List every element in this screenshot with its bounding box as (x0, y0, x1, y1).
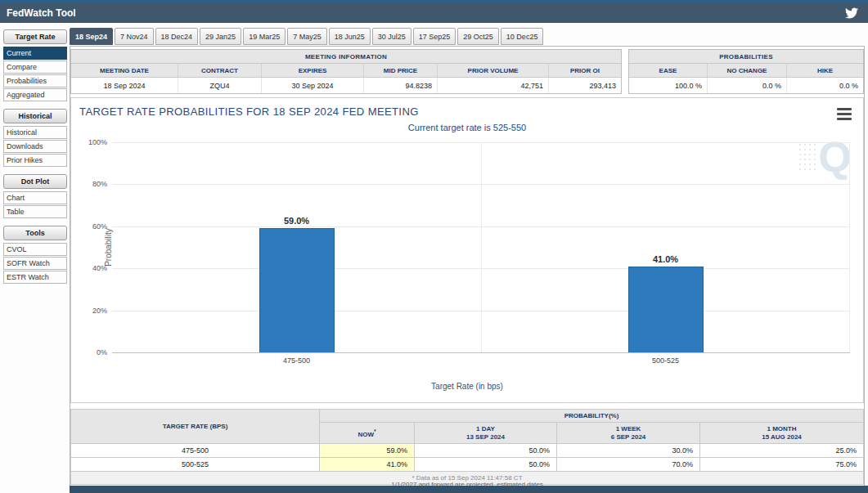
tab-17-sep25[interactable]: 17 Sep25 (413, 28, 456, 45)
probabilities-headers: EASE NO CHANGE HIKE (629, 64, 863, 78)
meeting-information-panel: MEETING INFORMATION MEETING DATE CONTRAC… (70, 49, 622, 94)
header-1-month: 1 MONTH15 AUG 2024 (700, 423, 864, 444)
chart-title: TARGET RATE PROBABILITIES FOR 18 SEP 202… (79, 105, 419, 118)
plot-area: Probability 100% 80% 60% 40% 20% 0% 59.0… (112, 142, 850, 353)
sidebar-item-compare[interactable]: Compare (3, 61, 67, 74)
y-axis-tick: 60% (92, 222, 112, 231)
tab-18-dec24[interactable]: 18 Dec24 (155, 28, 199, 45)
col-mid-price: MID PRICE (364, 64, 438, 78)
tab-29-jan25[interactable]: 29 Jan25 (200, 28, 241, 45)
col-hike: HIKE (787, 64, 863, 78)
bar-value-label: 41.0% (653, 254, 678, 264)
sidebar-item-historical[interactable]: Historical (3, 126, 67, 139)
expires-value: 30 Sep 2024 (262, 78, 364, 93)
col-ease: EASE (629, 64, 708, 78)
tab-10-dec25[interactable]: 10 Dec25 (501, 28, 544, 45)
header-now: NOW* (320, 423, 415, 444)
ease-value: 100.0 % (629, 78, 708, 93)
col-meeting-date: MEETING DATE (71, 64, 178, 78)
bar-475-500[interactable]: 59.0% (259, 228, 335, 352)
y-axis-tick: 100% (88, 138, 112, 146)
header-probability-pct: PROBABILITY(%) (320, 410, 864, 423)
sidebar-item-probabilities[interactable]: Probabilities (3, 74, 67, 87)
one-week-cell: 30.0% (557, 444, 700, 458)
bar-value-label: 59.0% (284, 216, 309, 226)
table-row-500-525: 500-525 41.0% 50.0% 70.0% 75.0% (71, 458, 864, 472)
one-week-cell: 70.0% (557, 458, 700, 472)
sidebar: Target Rate Current Compare Probabilitie… (3, 29, 67, 285)
prior-oi-value: 293,413 (549, 78, 621, 93)
meeting-information-headers: MEETING DATE CONTRACT EXPIRES MID PRICE … (71, 64, 621, 78)
probabilities-panel: PROBABILITIES EASE NO CHANGE HIKE 100.0 … (628, 49, 864, 94)
prior-volume-value: 42,751 (438, 78, 549, 93)
rate-cell: 500-525 (71, 458, 320, 472)
fedwatch-tool: FedWatch Tool Target Rate Current Compar… (0, 0, 868, 493)
sidebar-section-tools: Tools (3, 226, 67, 240)
tab-7-may25[interactable]: 7 May25 (287, 28, 327, 45)
sidebar-item-current[interactable]: Current (3, 47, 67, 60)
chart-subtitle: Current target rate is 525-550 (71, 123, 863, 132)
one-day-cell: 50.0% (415, 458, 557, 472)
y-axis-tick: 80% (92, 180, 112, 188)
no-change-value: 0.0 % (708, 78, 787, 93)
bar-group-500-525: 41.0% 500-525 (481, 142, 850, 352)
contract-value: ZQU4 (178, 78, 262, 93)
top-bar: FedWatch Tool (0, 0, 868, 23)
sidebar-section-historical: Historical (3, 109, 67, 123)
table-row-475-500: 475-500 59.0% 50.0% 30.0% 25.0% (71, 444, 864, 458)
app-title: FedWatch Tool (7, 7, 76, 19)
rate-cell: 475-500 (71, 444, 320, 458)
sidebar-section-dot-plot: Dot Plot (3, 174, 67, 189)
one-month-cell: 75.0% (700, 458, 864, 472)
bar-group-475-500: 59.0% 475-500 (112, 142, 481, 352)
tab-29-oct25[interactable]: 29 Oct25 (457, 28, 499, 45)
bar-500-525[interactable]: 41.0% (628, 267, 704, 352)
probabilities-title: PROBABILITIES (629, 50, 863, 64)
tab-18-jun25[interactable]: 18 Jun25 (329, 28, 371, 45)
now-cell: 41.0% (320, 458, 415, 472)
sidebar-item-downloads[interactable]: Downloads (3, 140, 67, 153)
tab-30-jul25[interactable]: 30 Jul25 (372, 28, 412, 45)
x-axis-category: 500-525 (652, 356, 679, 365)
tab-18-sep24[interactable]: 18 Sep24 (70, 28, 113, 45)
now-cell: 59.0% (320, 444, 415, 458)
col-expires: EXPIRES (262, 64, 364, 78)
tab-19-mar25[interactable]: 19 Mar25 (243, 28, 286, 45)
sidebar-section-target-rate: Target Rate (3, 29, 67, 44)
target-rate-chart: TARGET RATE PROBABILITIES FOR 18 SEP 202… (70, 97, 864, 403)
x-axis-category: 475-500 (283, 356, 310, 365)
one-month-cell: 25.0% (700, 444, 864, 458)
header-target-rate-bps: TARGET RATE (BPS) (71, 410, 320, 444)
col-no-change: NO CHANGE (708, 64, 787, 78)
y-axis-tick: 40% (92, 264, 112, 272)
col-prior-volume: PRIOR VOLUME (438, 64, 549, 78)
header-1-week: 1 WEEK6 SEP 2024 (557, 423, 700, 444)
hike-value: 0.0 % (787, 78, 863, 93)
sidebar-item-dot-plot-chart[interactable]: Chart (3, 191, 67, 204)
sidebar-item-dot-plot-table[interactable]: Table (3, 205, 67, 218)
meeting-information-title: MEETING INFORMATION (71, 50, 621, 64)
y-axis-tick: 0% (97, 348, 112, 356)
meeting-date-value: 18 Sep 2024 (71, 78, 178, 93)
twitter-icon[interactable] (845, 7, 858, 20)
one-day-cell: 50.0% (415, 444, 557, 458)
sidebar-item-cvol[interactable]: CVOL (3, 243, 67, 256)
col-prior-oi: PRIOR OI (549, 64, 621, 78)
col-contract: CONTRACT (178, 64, 262, 78)
footer-bar (70, 486, 868, 493)
probabilities-values: 100.0 % 0.0 % 0.0 % (629, 78, 863, 93)
tab-7-nov24[interactable]: 7 Nov24 (115, 28, 154, 45)
header-1-day: 1 DAY13 SEP 2024 (415, 423, 557, 444)
sidebar-item-sofr-watch[interactable]: SOFR Watch (3, 257, 67, 270)
sidebar-item-aggregated[interactable]: Aggregated (3, 88, 67, 101)
x-axis-title: Target Rate (in bps) (71, 382, 863, 391)
meeting-information-values: 18 Sep 2024 ZQU4 30 Sep 2024 94.8238 42,… (71, 78, 621, 93)
sidebar-item-prior-hikes[interactable]: Prior Hikes (3, 154, 67, 167)
meeting-tabs: 18 Sep24 7 Nov24 18 Dec24 29 Jan25 19 Ma… (70, 28, 543, 45)
sidebar-item-estr-watch[interactable]: ESTR Watch (3, 271, 67, 284)
y-axis-tick: 20% (92, 307, 112, 315)
probability-history-table: TARGET RATE (BPS) PROBABILITY(%) NOW* 1 … (70, 409, 864, 485)
mid-price-value: 94.8238 (364, 78, 438, 93)
chart-menu-icon[interactable] (837, 108, 852, 123)
